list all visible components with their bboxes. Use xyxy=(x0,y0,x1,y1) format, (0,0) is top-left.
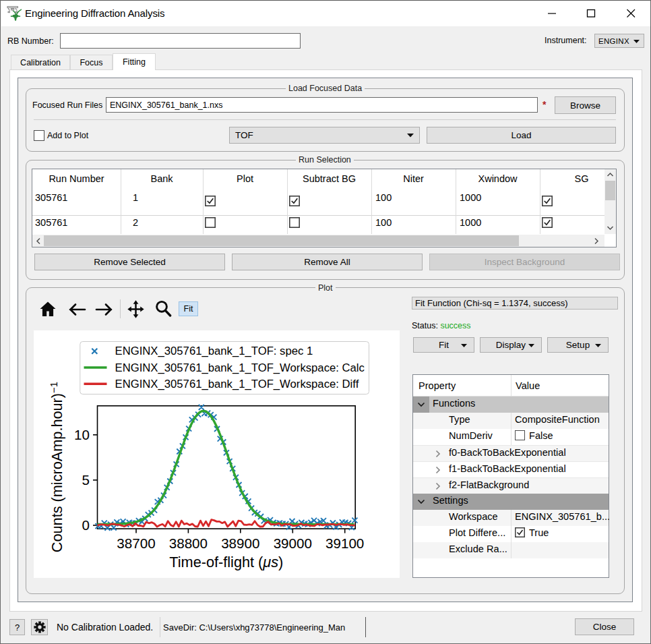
svg-text:5: 5 xyxy=(82,472,90,488)
svg-text:ENGINX_305761_bank_1_TOF_Works: ENGINX_305761_bank_1_TOF_Workspace: Diff xyxy=(115,378,359,390)
svg-text:38800: 38800 xyxy=(169,535,208,551)
svg-text:0: 0 xyxy=(82,517,90,533)
svg-text:38700: 38700 xyxy=(117,535,155,551)
svg-text:39000: 39000 xyxy=(274,535,312,551)
svg-text:Time-of-flight (μs): Time-of-flight (μs) xyxy=(169,554,283,570)
svg-text:39100: 39100 xyxy=(326,535,364,551)
svg-text:Counts (microAmp.hour)−1: Counts (microAmp.hour)−1 xyxy=(48,382,65,552)
svg-text:ENGINX_305761_bank_1_TOF: spec: ENGINX_305761_bank_1_TOF: spec 1 xyxy=(115,345,313,357)
svg-text:10: 10 xyxy=(74,427,90,442)
svg-text:38900: 38900 xyxy=(221,535,259,551)
svg-text:ENGINX_305761_bank_1_TOF_Works: ENGINX_305761_bank_1_TOF_Workspace: Calc xyxy=(115,361,365,374)
